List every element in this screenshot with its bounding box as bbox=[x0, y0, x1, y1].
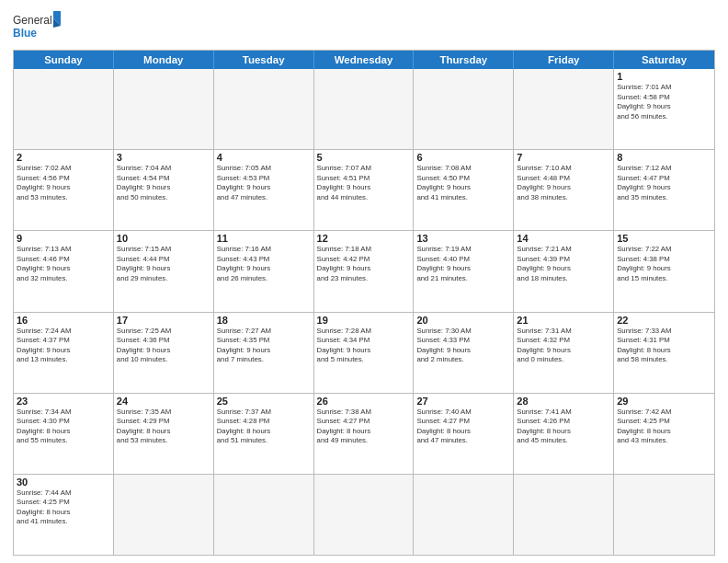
cell-text: Sunrise: 7:38 AM Sunset: 4:27 PM Dayligh… bbox=[317, 408, 411, 446]
cell-text: Sunrise: 7:15 AM Sunset: 4:44 PM Dayligh… bbox=[117, 245, 210, 283]
day-number: 16 bbox=[17, 315, 110, 326]
cell-text: Sunrise: 7:13 AM Sunset: 4:46 PM Dayligh… bbox=[17, 245, 110, 283]
cell-text: Sunrise: 7:02 AM Sunset: 4:56 PM Dayligh… bbox=[17, 164, 110, 202]
day-number: 9 bbox=[17, 233, 110, 244]
header-day-sunday: Sunday bbox=[14, 51, 114, 69]
empty-cell bbox=[214, 475, 314, 555]
cell-text: Sunrise: 7:16 AM Sunset: 4:43 PM Dayligh… bbox=[217, 245, 311, 283]
day-cell-7: 7Sunrise: 7:10 AM Sunset: 4:48 PM Daylig… bbox=[514, 150, 614, 230]
day-cell-23: 23Sunrise: 7:34 AM Sunset: 4:30 PM Dayli… bbox=[14, 394, 114, 474]
day-number: 3 bbox=[117, 152, 210, 163]
day-number: 13 bbox=[416, 233, 510, 244]
cell-text: Sunrise: 7:25 AM Sunset: 4:36 PM Dayligh… bbox=[117, 327, 210, 365]
day-cell-16: 16Sunrise: 7:24 AM Sunset: 4:37 PM Dayli… bbox=[14, 313, 114, 393]
calendar-row-3: 16Sunrise: 7:24 AM Sunset: 4:37 PM Dayli… bbox=[14, 312, 714, 393]
day-cell-25: 25Sunrise: 7:37 AM Sunset: 4:28 PM Dayli… bbox=[214, 394, 314, 474]
day-number: 18 bbox=[217, 315, 311, 326]
day-number: 5 bbox=[317, 152, 411, 163]
day-number: 2 bbox=[17, 152, 110, 163]
day-cell-24: 24Sunrise: 7:35 AM Sunset: 4:29 PM Dayli… bbox=[114, 394, 214, 474]
day-cell-5: 5Sunrise: 7:07 AM Sunset: 4:51 PM Daylig… bbox=[314, 150, 415, 230]
day-number: 17 bbox=[117, 315, 210, 326]
day-number: 15 bbox=[617, 233, 711, 244]
empty-cell bbox=[414, 475, 514, 555]
cell-text: Sunrise: 7:33 AM Sunset: 4:31 PM Dayligh… bbox=[617, 327, 711, 365]
day-number: 11 bbox=[217, 233, 311, 244]
day-cell-12: 12Sunrise: 7:18 AM Sunset: 4:42 PM Dayli… bbox=[314, 231, 415, 311]
cell-text: Sunrise: 7:04 AM Sunset: 4:54 PM Dayligh… bbox=[117, 164, 210, 202]
cell-text: Sunrise: 7:22 AM Sunset: 4:38 PM Dayligh… bbox=[617, 245, 711, 283]
day-number: 22 bbox=[617, 315, 711, 326]
day-number: 12 bbox=[317, 233, 411, 244]
cell-text: Sunrise: 7:12 AM Sunset: 4:47 PM Dayligh… bbox=[617, 164, 711, 202]
calendar-row-5: 30Sunrise: 7:44 AM Sunset: 4:25 PM Dayli… bbox=[14, 474, 714, 555]
day-cell-10: 10Sunrise: 7:15 AM Sunset: 4:44 PM Dayli… bbox=[114, 231, 214, 311]
calendar-header: SundayMondayTuesdayWednesdayThursdayFrid… bbox=[14, 51, 714, 69]
cell-text: Sunrise: 7:30 AM Sunset: 4:33 PM Dayligh… bbox=[416, 327, 510, 365]
day-cell-3: 3Sunrise: 7:04 AM Sunset: 4:54 PM Daylig… bbox=[114, 150, 214, 230]
header-day-monday: Monday bbox=[114, 51, 214, 69]
cell-text: Sunrise: 7:41 AM Sunset: 4:26 PM Dayligh… bbox=[517, 408, 610, 446]
cell-text: Sunrise: 7:34 AM Sunset: 4:30 PM Dayligh… bbox=[17, 408, 110, 446]
day-number: 10 bbox=[117, 233, 210, 244]
calendar-row-1: 2Sunrise: 7:02 AM Sunset: 4:56 PM Daylig… bbox=[14, 149, 714, 230]
header-day-friday: Friday bbox=[514, 51, 614, 69]
day-number: 19 bbox=[317, 315, 411, 326]
day-cell-20: 20Sunrise: 7:30 AM Sunset: 4:33 PM Dayli… bbox=[414, 313, 514, 393]
page: General Blue SundayMondayTuesdayWednesda… bbox=[0, 0, 728, 563]
day-number: 30 bbox=[17, 477, 110, 488]
header-day-wednesday: Wednesday bbox=[314, 51, 415, 69]
day-cell-21: 21Sunrise: 7:31 AM Sunset: 4:32 PM Dayli… bbox=[514, 313, 614, 393]
cell-text: Sunrise: 7:35 AM Sunset: 4:29 PM Dayligh… bbox=[117, 408, 210, 446]
cell-text: Sunrise: 7:31 AM Sunset: 4:32 PM Dayligh… bbox=[517, 327, 610, 365]
day-number: 23 bbox=[17, 396, 110, 407]
day-number: 7 bbox=[517, 152, 610, 163]
day-number: 25 bbox=[217, 396, 311, 407]
day-cell-17: 17Sunrise: 7:25 AM Sunset: 4:36 PM Dayli… bbox=[114, 313, 214, 393]
header-day-tuesday: Tuesday bbox=[214, 51, 314, 69]
day-cell-26: 26Sunrise: 7:38 AM Sunset: 4:27 PM Dayli… bbox=[314, 394, 415, 474]
cell-text: Sunrise: 7:01 AM Sunset: 4:58 PM Dayligh… bbox=[617, 83, 711, 121]
cell-text: Sunrise: 7:18 AM Sunset: 4:42 PM Dayligh… bbox=[317, 245, 411, 283]
day-cell-28: 28Sunrise: 7:41 AM Sunset: 4:26 PM Dayli… bbox=[514, 394, 614, 474]
empty-cell bbox=[14, 69, 114, 149]
empty-cell bbox=[614, 475, 714, 555]
day-number: 20 bbox=[416, 315, 510, 326]
cell-text: Sunrise: 7:42 AM Sunset: 4:25 PM Dayligh… bbox=[617, 408, 711, 446]
day-number: 29 bbox=[617, 396, 711, 407]
empty-cell bbox=[114, 69, 214, 149]
day-number: 21 bbox=[517, 315, 610, 326]
day-number: 6 bbox=[416, 152, 510, 163]
cell-text: Sunrise: 7:40 AM Sunset: 4:27 PM Dayligh… bbox=[416, 408, 510, 446]
header-day-thursday: Thursday bbox=[414, 51, 514, 69]
cell-text: Sunrise: 7:37 AM Sunset: 4:28 PM Dayligh… bbox=[217, 408, 311, 446]
cell-text: Sunrise: 7:07 AM Sunset: 4:51 PM Dayligh… bbox=[317, 164, 411, 202]
header-day-saturday: Saturday bbox=[614, 51, 714, 69]
day-cell-2: 2Sunrise: 7:02 AM Sunset: 4:56 PM Daylig… bbox=[14, 150, 114, 230]
empty-cell bbox=[514, 475, 614, 555]
calendar-body: 1Sunrise: 7:01 AM Sunset: 4:58 PM Daylig… bbox=[14, 69, 714, 555]
day-cell-14: 14Sunrise: 7:21 AM Sunset: 4:39 PM Dayli… bbox=[514, 231, 614, 311]
day-cell-19: 19Sunrise: 7:28 AM Sunset: 4:34 PM Dayli… bbox=[314, 313, 415, 393]
day-cell-8: 8Sunrise: 7:12 AM Sunset: 4:47 PM Daylig… bbox=[614, 150, 714, 230]
day-cell-22: 22Sunrise: 7:33 AM Sunset: 4:31 PM Dayli… bbox=[614, 313, 714, 393]
day-cell-15: 15Sunrise: 7:22 AM Sunset: 4:38 PM Dayli… bbox=[614, 231, 714, 311]
day-number: 28 bbox=[517, 396, 610, 407]
day-number: 24 bbox=[117, 396, 210, 407]
day-cell-9: 9Sunrise: 7:13 AM Sunset: 4:46 PM Daylig… bbox=[14, 231, 114, 311]
svg-text:General: General bbox=[13, 14, 52, 27]
empty-cell bbox=[314, 69, 415, 149]
cell-text: Sunrise: 7:28 AM Sunset: 4:34 PM Dayligh… bbox=[317, 327, 411, 365]
empty-cell bbox=[514, 69, 614, 149]
cell-text: Sunrise: 7:27 AM Sunset: 4:35 PM Dayligh… bbox=[217, 327, 311, 365]
empty-cell bbox=[314, 475, 415, 555]
calendar-row-2: 9Sunrise: 7:13 AM Sunset: 4:46 PM Daylig… bbox=[14, 230, 714, 311]
cell-text: Sunrise: 7:08 AM Sunset: 4:50 PM Dayligh… bbox=[416, 164, 510, 202]
day-cell-18: 18Sunrise: 7:27 AM Sunset: 4:35 PM Dayli… bbox=[214, 313, 314, 393]
day-number: 27 bbox=[416, 396, 510, 407]
logo-svg: General Blue bbox=[13, 9, 61, 44]
header: General Blue bbox=[13, 9, 715, 44]
day-cell-13: 13Sunrise: 7:19 AM Sunset: 4:40 PM Dayli… bbox=[414, 231, 514, 311]
day-cell-30: 30Sunrise: 7:44 AM Sunset: 4:25 PM Dayli… bbox=[14, 475, 114, 555]
day-cell-6: 6Sunrise: 7:08 AM Sunset: 4:50 PM Daylig… bbox=[414, 150, 514, 230]
